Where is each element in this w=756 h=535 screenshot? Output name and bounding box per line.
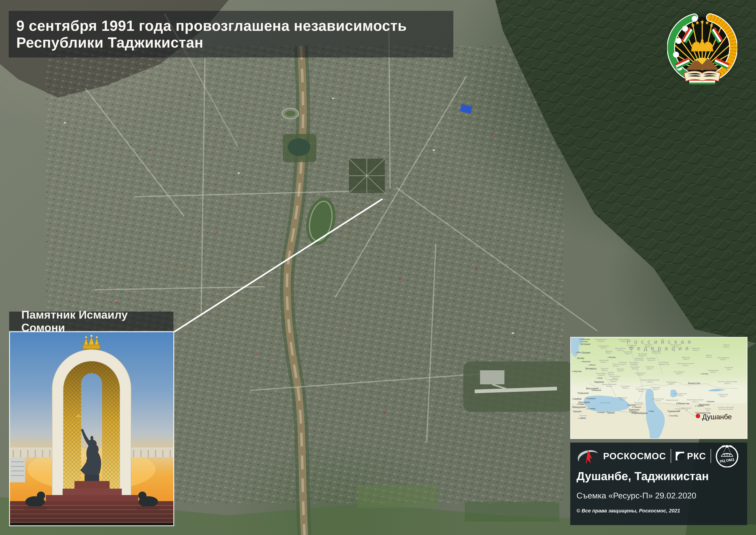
map-label-water: Эгейское море	[580, 415, 587, 419]
city-dot-icon	[576, 352, 577, 353]
survey-caption: Съемка «Ресурс-П» 29.02.2020	[577, 491, 696, 500]
map-label-region: Синьцзян-Уйгурский автономный район	[718, 407, 734, 410]
map-label-region: Тульская область	[612, 363, 619, 367]
map-label-region: Пензенская область	[630, 366, 639, 370]
field-patch	[358, 485, 437, 508]
map-label-region: Чувашская Республика	[634, 357, 644, 361]
map-label-city: Кишинёв	[592, 389, 601, 391]
map-label-region: Атырауская область	[651, 386, 661, 390]
map-label-country: Греция	[573, 410, 581, 413]
nc-omz-wordmark: НЦ ОМЗ	[719, 457, 735, 463]
map-label-country: Сербия	[573, 398, 582, 401]
map-label-city: Рига	[576, 352, 581, 353]
map-label-region: Омская область	[706, 354, 712, 358]
map-label-region: Каракалпакстан	[666, 399, 678, 401]
monument-label: Памятник Исмаилу Сомони	[9, 312, 174, 331]
map-label-region: Черниговская область	[596, 373, 607, 377]
map-label-region: Северо-Казахстанская область	[676, 362, 694, 366]
map-label-region: Астраханская область	[636, 388, 647, 392]
map-label-country: Литва	[577, 357, 584, 360]
map-label-region: Самарская область	[645, 366, 654, 370]
credits-panel: РОСКОСМОС РКС	[570, 442, 747, 525]
map-label-city: Бухарест	[586, 397, 596, 400]
city-dot-icon	[580, 341, 580, 342]
map-label-city: Анкара	[597, 411, 605, 413]
arch-crown	[83, 335, 100, 349]
roscosmos-logo-icon	[576, 448, 599, 464]
divider	[671, 449, 671, 463]
map-label-region: Алматинская область	[718, 393, 728, 397]
city-dot-icon	[586, 408, 587, 409]
map-label-city: Минск	[588, 364, 595, 366]
city-dot-icon	[592, 390, 593, 391]
map-label-country: Эстония	[580, 343, 590, 346]
map-label-region: Западно-Казахстанская область	[641, 379, 659, 383]
map-label-region: Ошская обл.	[705, 408, 711, 411]
map-label-water: оз. Балхаш	[711, 389, 720, 391]
city-dot-icon	[597, 412, 598, 413]
map-label-country: Украина	[594, 380, 604, 383]
city-dot-icon	[668, 415, 669, 416]
map-label-region: Ленинградская область	[595, 338, 607, 342]
map-label-region: Мангистауская область	[652, 398, 664, 402]
city-dot-icon	[649, 411, 649, 411]
monument-photo-art	[10, 332, 174, 525]
city-dot-icon	[578, 418, 579, 419]
poster-root: 9 сентября 1991 года провозглашена незав…	[0, 0, 756, 535]
map-label-region: Смоленская область	[599, 359, 608, 363]
city-dot-icon	[701, 374, 701, 374]
map-label-region: Ярославская область	[615, 348, 625, 351]
city-dot-icon	[577, 404, 578, 405]
map-label-city: Бишкек	[707, 401, 715, 403]
location-inset-map: Российская Федерация ХельсинкиТаллинЭсто…	[570, 337, 747, 439]
map-label-country: Киргизия	[699, 403, 710, 406]
field-patch	[465, 502, 559, 521]
map-label-region: Республика Башкортостан	[659, 361, 670, 365]
map-label-city: Москва	[608, 356, 616, 358]
city-dot-icon	[572, 371, 573, 372]
map-label-region: Удмуртская Республика	[652, 350, 661, 354]
city-dot-icon	[588, 365, 589, 365]
map-label-city: Астана	[701, 373, 708, 375]
rks-logo-icon	[676, 452, 684, 460]
map-label-city: Ашхабад	[668, 415, 678, 417]
monument-label-text: Памятник Исмаилу Сомони	[21, 308, 174, 334]
map-label-region: Тверская область	[605, 350, 612, 354]
map-label-region: Южно-Казахстанская область	[687, 399, 703, 403]
city-dot-icon	[579, 339, 580, 340]
city-dot-icon	[597, 378, 598, 379]
map-label-country: Турция	[606, 411, 615, 414]
komsomol-lake	[288, 138, 310, 156]
city-dot-icon	[632, 407, 633, 408]
map-label-city: Киев	[597, 377, 603, 379]
tajikistan-coat-of-arms-icon	[667, 4, 737, 87]
divider	[711, 449, 711, 463]
stadium-field	[285, 111, 295, 117]
map-label-region: Томская область	[723, 344, 729, 348]
map-label-region: Новосибирская область	[717, 357, 729, 360]
map-label-city: Тбилиси	[632, 406, 641, 408]
monument-photo	[9, 331, 174, 526]
map-label-region: Костромская область	[627, 344, 637, 348]
map-label-city: Баку	[649, 410, 654, 412]
map-label-region: Харьковская область	[608, 379, 618, 382]
city-dot-icon	[695, 406, 696, 407]
map-label-region: Ивановская область	[623, 351, 633, 354]
map-label-region: Республика Татарстан	[647, 357, 656, 361]
map-label-region: Свердловская область	[670, 344, 681, 348]
map-label-country: Казахстан	[688, 382, 700, 385]
map-label-region: Джизакская обл.	[682, 407, 691, 411]
map-label-region: Республика Дагестан	[634, 402, 643, 406]
copyright-line: © Все права защищены, Роскосмос, 2021	[577, 508, 680, 514]
city-dot-icon	[707, 401, 707, 402]
map-label-city: Варшава	[572, 370, 581, 373]
location-title: Душанбе, Таджикистан	[577, 469, 709, 483]
map-label-city: Стамбул	[586, 408, 596, 410]
map-label-city: Хельсинки	[579, 338, 590, 340]
map-label-region: Республика Мордовия	[629, 362, 638, 365]
dushanbe-marker-label: Душанбе	[702, 413, 732, 421]
map-label-region: Вологодская область	[619, 338, 629, 342]
map-label-region: Костанайская область	[674, 371, 684, 375]
rks-wordmark: РКС	[687, 451, 706, 461]
headline-text: 9 сентября 1991 года провозглашена незав…	[16, 17, 453, 51]
